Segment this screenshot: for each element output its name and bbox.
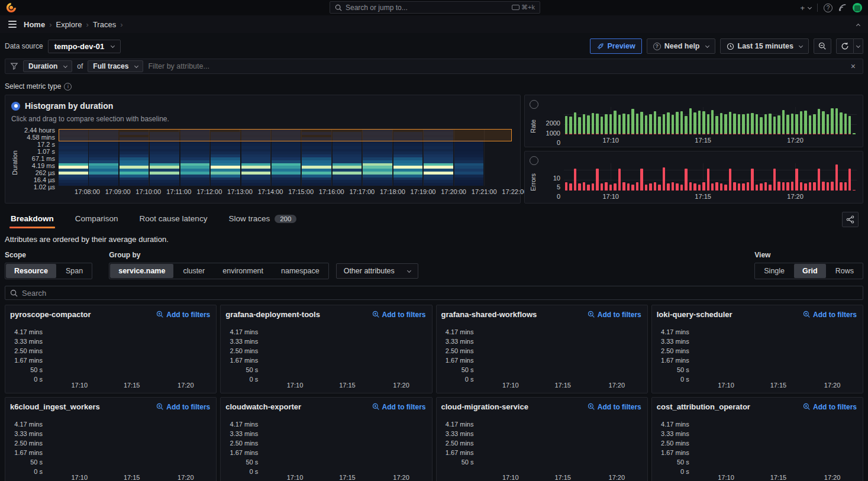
heatmap-x-tick: 17:11:00	[166, 188, 191, 195]
other-attributes-select[interactable]: Other attributes	[336, 263, 418, 279]
filter-duration-select[interactable]: Duration	[23, 60, 72, 72]
service-y-tick: 1.67 mins	[446, 357, 474, 364]
service-chart[interactable]	[693, 418, 857, 472]
heatmap-y-tick: 67.1 ms	[32, 155, 55, 162]
service-y-tick: 50 s	[677, 459, 689, 466]
share-button[interactable]	[842, 212, 859, 227]
error-base	[676, 134, 678, 135]
tab-slow-traces[interactable]: Slow traces200	[227, 211, 298, 228]
refresh-interval-dropdown[interactable]	[854, 38, 863, 54]
view-option-grid[interactable]: Grid	[794, 264, 826, 278]
info-icon[interactable]: i	[64, 83, 72, 91]
time-range-picker[interactable]: Last 15 minutes	[720, 38, 809, 54]
bar	[640, 112, 643, 134]
attribute-search-input[interactable]	[22, 289, 858, 298]
add-to-filters-button[interactable]: Add to filters	[588, 403, 641, 411]
tab-breakdown[interactable]: Breakdown	[9, 211, 55, 228]
add-to-filters-button[interactable]: Add to filters	[803, 311, 857, 319]
need-help-button[interactable]: ? Need help	[647, 38, 715, 54]
tab-comparison[interactable]: Comparison	[74, 211, 120, 228]
error-base	[773, 134, 776, 135]
groupby-option-cluster[interactable]: cluster	[175, 264, 213, 278]
heatmap-cell	[393, 183, 423, 186]
service-y-tick: 2.50 mins	[661, 440, 689, 447]
bar	[654, 182, 656, 191]
bar	[698, 111, 701, 134]
groupby-option-service-name[interactable]: service.name	[110, 264, 173, 278]
error-base	[583, 134, 585, 135]
error-base	[658, 134, 660, 135]
add-new-button[interactable]: +	[800, 4, 811, 12]
service-x-tick: 17:10	[71, 474, 88, 481]
groupby-option-namespace[interactable]: namespace	[273, 264, 328, 278]
scope-option-resource[interactable]: Resource	[6, 264, 56, 278]
datasource-row: Data source tempo-dev-01 Preview ? Need …	[5, 38, 863, 54]
bar	[831, 108, 833, 134]
bar	[614, 111, 616, 134]
service-chart[interactable]	[262, 418, 425, 472]
histogram-title: Histogram by duration	[25, 101, 113, 111]
refresh-button[interactable]	[836, 38, 854, 54]
news-rss-icon[interactable]	[838, 4, 847, 12]
add-to-filters-button[interactable]: Add to filters	[588, 311, 641, 319]
bar	[569, 183, 572, 191]
add-to-filters-button[interactable]: Add to filters	[156, 311, 210, 319]
breadcrumb: Home›Explore›Traces›	[24, 20, 127, 29]
histogram-radio[interactable]	[11, 102, 20, 111]
zoom-out-button[interactable]	[814, 38, 831, 54]
grafana-logo[interactable]	[6, 2, 17, 13]
service-y-tick: 0 s	[680, 468, 689, 475]
rate-chart[interactable]	[564, 107, 857, 134]
add-to-filters-button[interactable]: Add to filters	[803, 403, 857, 411]
bar	[609, 185, 612, 191]
tab-root-cause-latency[interactable]: Root cause latency	[138, 211, 209, 228]
bar	[809, 182, 811, 191]
service-y-tick: 50 s	[30, 459, 43, 466]
duration-heatmap[interactable]	[59, 129, 514, 186]
bar	[645, 185, 647, 191]
filter-traces-select[interactable]: Full traces	[88, 60, 143, 72]
preview-button[interactable]: Preview	[590, 38, 642, 54]
heatmap-y-tick: 17.2 s	[37, 141, 55, 148]
add-to-filters-button[interactable]: Add to filters	[372, 403, 426, 411]
errors-x-tick: 17:20	[787, 193, 804, 200]
service-chart[interactable]	[478, 326, 641, 379]
groupby-option-environment[interactable]: environment	[214, 264, 272, 278]
scope-option-span[interactable]: Span	[57, 264, 91, 278]
bar	[795, 114, 798, 134]
add-to-filters-button[interactable]: Add to filters	[156, 403, 210, 411]
add-to-filters-button[interactable]: Add to filters	[372, 311, 426, 319]
errors-chart[interactable]	[564, 163, 857, 191]
service-chart[interactable]	[262, 326, 425, 379]
breadcrumb-item-explore[interactable]: Explore	[56, 20, 82, 29]
bar	[574, 112, 576, 134]
global-search-input[interactable]: Search or jump to... ⌘+k	[330, 1, 540, 14]
menu-toggle-icon[interactable]	[8, 21, 17, 28]
user-avatar[interactable]	[853, 3, 862, 12]
clear-filter-icon[interactable]: ×	[848, 62, 858, 71]
service-x-tick: 17:10	[718, 474, 734, 481]
heatmap-x-ticks: 17:08:0017:09:0017:10:0017:11:0017:12:00…	[59, 188, 514, 197]
collapse-section-button[interactable]	[854, 19, 860, 30]
service-x-ticks: 17:1017:1517:20	[262, 382, 425, 390]
heatmap-x-tick: 17:18:00	[380, 188, 405, 195]
view-option-rows[interactable]: Rows	[827, 264, 862, 278]
service-chart[interactable]	[47, 326, 210, 379]
error-base	[715, 134, 718, 135]
error-base	[627, 134, 630, 135]
breadcrumb-item-home[interactable]: Home	[24, 20, 45, 29]
view-option-single[interactable]: Single	[756, 264, 793, 278]
tab-label: Comparison	[75, 214, 118, 223]
bar	[583, 114, 585, 135]
filter-attribute-input[interactable]	[148, 62, 843, 70]
bar	[715, 116, 718, 134]
service-chart[interactable]	[47, 418, 210, 472]
help-icon[interactable]: ?	[824, 4, 832, 12]
heatmap-cell	[211, 183, 240, 186]
scope-label: Scope	[5, 251, 92, 259]
datasource-select[interactable]: tempo-dev-01	[48, 40, 121, 53]
breadcrumb-item-traces[interactable]: Traces	[93, 20, 116, 29]
service-chart[interactable]	[478, 418, 641, 472]
service-chart[interactable]	[693, 326, 857, 379]
heatmap-selection[interactable]	[59, 129, 512, 141]
